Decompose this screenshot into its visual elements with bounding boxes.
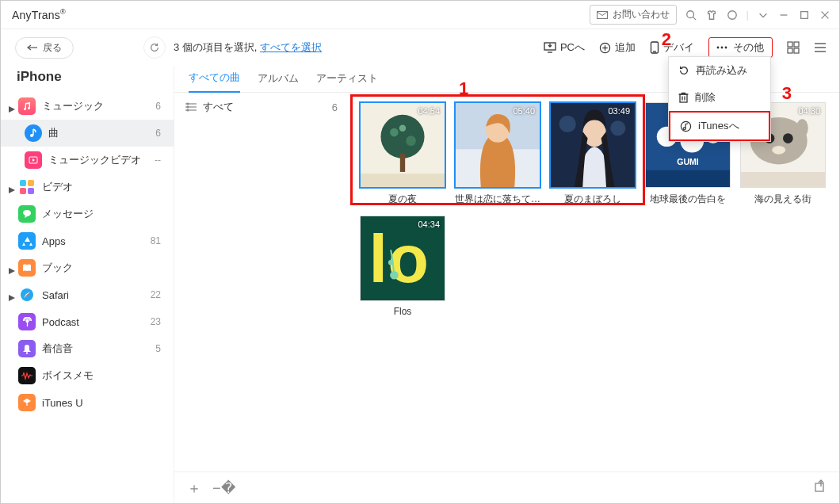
svg-point-61 [390,128,399,137]
svg-point-50 [26,352,28,353]
svg-line-2 [693,17,696,20]
svg-text:lo: lo [369,221,429,296]
svg-point-3 [727,10,736,19]
sidebar-item-safari[interactable]: Safari22 [1,281,174,308]
svg-text:GUMI: GUMI [677,157,699,166]
tshirt-icon[interactable] [705,9,718,21]
sidebar-item-itunesu[interactable]: iTunes U [1,389,174,416]
svg-point-62 [406,136,416,146]
footer-export-button[interactable] [814,479,827,496]
svg-point-85 [796,119,808,137]
svg-rect-65 [361,174,445,187]
device-title: iPhone [1,69,174,93]
svg-marker-37 [32,158,35,162]
svg-marker-38 [9,187,15,193]
maximize-button[interactable] [798,9,811,21]
back-button[interactable]: 戻る [15,37,74,59]
svg-rect-42 [28,188,34,194]
to-pc-button[interactable]: PCへ [544,40,585,55]
sidebar-item-podcast[interactable]: Podcast23 [1,308,174,335]
svg-rect-91 [815,483,823,491]
annotation-1: 1 [459,78,468,99]
annotation-2: 2 [662,29,671,50]
svg-rect-41 [20,188,26,194]
svg-point-70 [559,116,576,132]
books-icon [18,259,36,277]
add-button[interactable]: 追加 [599,40,636,55]
music-icon [18,97,36,115]
dropdown-reload[interactable]: 再読み込み [669,57,770,84]
voicememo-icon [18,367,36,384]
svg-point-82 [783,133,793,143]
track-card[interactable]: 05:40 世界は恋に落ちてい... [455,102,540,206]
svg-rect-35 [32,129,34,136]
footer-remove-button[interactable]: −� [212,479,235,497]
track-card[interactable]: lo04:34 Flos [360,216,445,317]
svg-marker-43 [9,268,15,274]
svg-point-60 [380,115,424,158]
messages-icon [18,205,36,223]
safari-icon [18,286,36,304]
svg-rect-23 [794,48,799,53]
svg-point-17 [717,47,720,49]
close-button[interactable] [819,9,831,21]
sidebar: iPhone ミュージック6 曲6 ミュージックビデオ-- ビデオ メッセージ … [1,66,174,503]
footer-add-button[interactable]: ＋ [187,479,201,498]
search-icon[interactable] [685,9,697,21]
more-button[interactable]: その他 [708,37,773,58]
app-brand: AnyTrans® [12,8,66,21]
tab-album[interactable]: アルバム [258,71,299,92]
dropdown-delete[interactable]: 削除 [669,84,770,111]
tab-all-songs[interactable]: すべての曲 [189,71,240,93]
podcast-icon [18,313,36,330]
minimize-button[interactable] [777,9,790,21]
sidebar-item-music[interactable]: ミュージック6 [1,93,174,120]
svg-point-18 [721,47,724,49]
list-view-button[interactable] [814,41,827,54]
user-icon[interactable] [726,9,739,21]
dropdown-to-itunes[interactable]: iTunesへ [669,111,770,141]
svg-rect-27 [680,94,687,102]
svg-rect-86 [741,172,825,187]
svg-point-83 [772,146,785,155]
refresh-button[interactable] [143,36,166,59]
apps-icon [18,232,36,250]
chevron-down-icon[interactable] [757,9,769,21]
content-footer: ＋ −� [174,472,839,503]
sidebar-item-video[interactable]: ビデオ [1,174,174,200]
to-device-button[interactable]: デバイ [650,40,694,55]
sidebar-item-songs[interactable]: 曲6 [1,120,174,147]
svg-point-71 [610,120,625,136]
more-dropdown: 再読み込み 削除 iTunesへ [668,56,771,142]
svg-rect-5 [801,11,808,18]
svg-rect-20 [788,42,792,47]
track-card[interactable]: 04:54 夏の夜 [360,102,445,206]
svg-rect-64 [400,154,405,172]
sidebar-item-music-video[interactable]: ミュージックビデオ-- [1,147,174,174]
grid-view-button[interactable] [787,41,800,54]
svg-rect-40 [28,180,34,186]
svg-point-1 [686,10,693,17]
itunesu-icon [18,394,36,411]
svg-rect-52 [26,403,27,406]
svg-rect-22 [788,48,792,53]
sidebar-item-books[interactable]: ブック [1,254,174,281]
sidebar-item-apps[interactable]: Apps81 [1,227,174,254]
svg-marker-44 [9,295,15,301]
svg-marker-33 [9,106,15,113]
song-icon [25,124,42,142]
sidebar-item-voicememo[interactable]: ボイスメモ [1,362,174,389]
svg-rect-77 [646,170,730,187]
sidebar-item-ringtone[interactable]: 着信音5 [1,335,174,362]
annotation-3: 3 [782,83,792,104]
svg-point-63 [399,125,406,132]
svg-rect-39 [20,180,26,186]
svg-point-48 [26,319,29,322]
select-all-link[interactable]: すべてを選択 [260,41,322,53]
svg-rect-21 [794,42,799,47]
track-card[interactable]: 03:49 夏のまぼろし [550,102,636,206]
sidebar-item-messages[interactable]: メッセージ [1,200,174,227]
tab-artist[interactable]: アーティスト [316,71,378,92]
contact-button[interactable]: お問い合わせ [590,5,677,25]
filter-all[interactable]: すべて6 [174,93,349,121]
